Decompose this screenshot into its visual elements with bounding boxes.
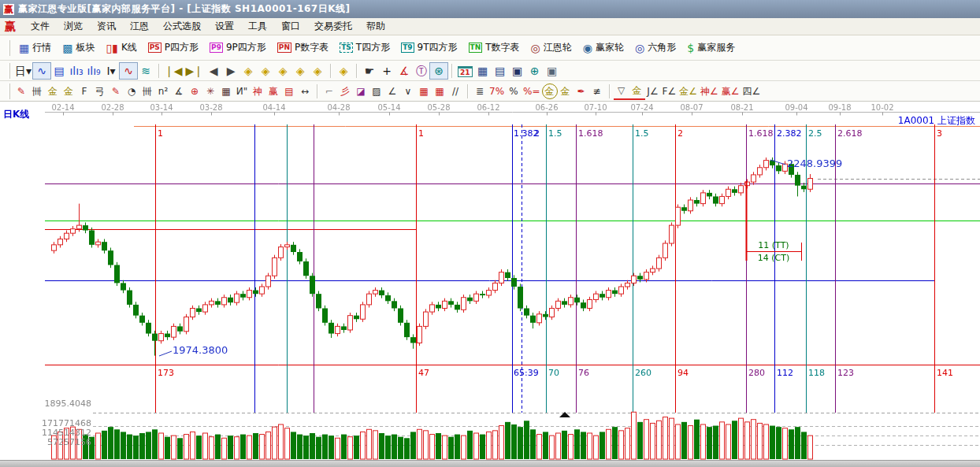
hexagon-button[interactable]: ◎六角形 — [629, 39, 681, 57]
last-bar-icon[interactable]: ▶❘ — [184, 63, 206, 79]
red-grid1-icon[interactable]: ▦ — [416, 83, 432, 99]
calculator-icon[interactable]: ▦ — [474, 63, 492, 79]
t-number-button[interactable]: TNT数字表 — [463, 39, 525, 57]
draw-pen-icon[interactable]: ✎ — [13, 83, 29, 99]
prev-bar-icon[interactable]: ◀ — [205, 63, 222, 79]
chart-canvas[interactable] — [0, 102, 980, 467]
menu-item-文件[interactable]: 文件 — [24, 18, 57, 35]
seven-percent-icon[interactable]: 7% — [488, 83, 506, 99]
computer-icon[interactable]: ▣ — [544, 63, 561, 79]
gold-angle-icon[interactable]: 金∠ — [677, 83, 699, 99]
notes-icon[interactable]: ▤ — [50, 63, 68, 79]
shen-angle-icon[interactable]: 神∠ — [699, 83, 720, 99]
menu-item-工具[interactable]: 工具 — [241, 18, 274, 35]
fan-lines-icon[interactable]: 彡 — [337, 83, 353, 99]
menu-item-浏览[interactable]: 浏览 — [57, 18, 90, 35]
crosshair-circle-icon[interactable]: ⊕ — [187, 83, 202, 99]
ruler-123-icon[interactable]: ▤ — [281, 83, 297, 99]
shen-grid-icon[interactable]: 神 — [250, 83, 265, 99]
zoom-all-icon[interactable]: ◈ — [309, 63, 326, 79]
hand-tool-icon[interactable]: ☛ — [361, 63, 378, 79]
four-angle-icon[interactable]: 四∠ — [741, 83, 762, 99]
spiral-tool-icon[interactable]: 弓 — [92, 83, 108, 99]
kline-button[interactable]: ▯▮K线 — [100, 39, 142, 57]
next-bar-icon[interactable]: ▶ — [222, 63, 239, 79]
j-angle-icon[interactable]: J∠ — [645, 83, 661, 99]
save-icon[interactable]: ▣ — [509, 63, 526, 79]
pen-chart-icon[interactable]: ✎ — [108, 83, 124, 99]
first-bar-icon[interactable]: ❘◀ — [163, 63, 184, 79]
crosshair-tool-icon[interactable]: + — [378, 63, 395, 79]
candle-style-dropdown-icon[interactable]: I▾ — [102, 63, 120, 79]
menu-item-帮助[interactable]: 帮助 — [359, 18, 392, 35]
misc-tool-icon[interactable]: ≢ — [589, 83, 605, 99]
ying-angle-icon[interactable]: 赢∠ — [720, 83, 741, 99]
menu-item-窗口[interactable]: 窗口 — [274, 18, 307, 35]
percent-eq-icon[interactable]: %= — [522, 83, 541, 99]
winner-service-button[interactable]: $赢家服务 — [681, 39, 741, 57]
curve-blue-icon[interactable]: ∿ — [33, 63, 50, 79]
zoom-x-icon[interactable]: ◈ — [291, 63, 309, 79]
p-number-button[interactable]: PNP数字表 — [272, 39, 334, 57]
gann-wheel-button[interactable]: ◎江恩轮 — [525, 39, 577, 57]
frame-tool-icon[interactable]: ⌐ — [321, 83, 337, 99]
percent-icon[interactable]: % — [506, 83, 522, 99]
gann-shape-tool-icon[interactable]: Ⓣ — [413, 63, 430, 79]
f-grid-icon[interactable]: F — [76, 83, 92, 99]
zoom-h-icon[interactable]: ◈ — [274, 63, 291, 79]
x-grid-icon[interactable]: ▦ — [218, 83, 234, 99]
curve-red-icon[interactable]: ∿ — [120, 63, 137, 79]
percent-chart-icon[interactable]: ≣ — [472, 83, 488, 99]
v-lines-icon[interactable]: ∨ — [400, 83, 416, 99]
grid2-tool-icon[interactable]: 卌 — [139, 83, 155, 99]
period-day-dropdown-icon[interactable]: 日▾ — [13, 63, 33, 79]
angle-lines-icon[interactable]: ∠ — [384, 83, 400, 99]
width-measure-icon[interactable]: ↔ — [297, 83, 313, 99]
t-square-button[interactable]: TST四方形 — [334, 39, 395, 57]
gann-ratio-label: 1.618 — [578, 128, 603, 139]
zoom-right-icon[interactable]: ◈ — [257, 63, 274, 79]
cup-underline-icon[interactable]: ▽ — [614, 83, 629, 100]
histogram-icon[interactable]: ≋ — [137, 63, 154, 79]
angle-mirror-icon[interactable]: ∡ — [171, 83, 187, 99]
p-square-button[interactable]: PSP四方形 — [143, 39, 204, 57]
red-grid2-icon[interactable]: ▦ — [432, 83, 447, 99]
quotes-button-label: 行情 — [32, 41, 51, 54]
gold-grid2-icon[interactable]: 金 — [61, 83, 76, 99]
menu-item-江恩[interactable]: 江恩 — [123, 18, 156, 35]
grid-tool-icon[interactable]: 卌 — [29, 83, 45, 99]
calendar-icon[interactable]: 21 — [456, 63, 474, 79]
notepad-icon[interactable]: ▤ — [492, 63, 509, 79]
move-diamond-icon[interactable]: ◈ — [335, 63, 352, 79]
gold-grid1-icon[interactable]: 金 — [45, 83, 61, 99]
menu-item-资讯[interactable]: 资讯 — [90, 18, 123, 35]
box-fan2-icon[interactable]: ▨ — [369, 83, 384, 99]
web-refresh-icon[interactable]: ⊕ — [526, 63, 544, 79]
sectors-button[interactable]: ▩板块 — [57, 39, 100, 57]
gold-underline-icon[interactable]: 金 — [629, 83, 645, 100]
star-grid-icon[interactable]: ✳ — [202, 83, 218, 99]
chart9-icon[interactable]: ılı₉ — [85, 63, 102, 79]
quotes-button[interactable]: ▦行情 — [13, 39, 57, 57]
menu-item-公式选股[interactable]: 公式选股 — [156, 18, 208, 35]
f-angle-icon[interactable]: F∠ — [661, 83, 678, 99]
winner-wheel-button[interactable]: ◉赢家轮 — [577, 39, 629, 57]
9p-square-button[interactable]: P99P四方形 — [204, 39, 272, 57]
clock-circle-icon[interactable]: ◔ — [124, 83, 139, 99]
9t-square-button[interactable]: T99T四方形 — [395, 39, 462, 57]
zoom-left-icon[interactable]: ◈ — [239, 63, 257, 79]
flag-pen-icon[interactable]: ✒ — [574, 83, 589, 99]
box-fan1-icon[interactable]: ◪ — [353, 83, 369, 99]
parallel-lines-icon[interactable]: // — [447, 83, 463, 99]
menu-item-设置[interactable]: 设置 — [208, 18, 241, 35]
n-squared-icon[interactable]: n² — [155, 83, 171, 99]
horizontal-scrollbar[interactable] — [0, 460, 980, 467]
chart3-icon[interactable]: ılı₃ — [68, 63, 85, 79]
gold-lines-icon[interactable]: 金 — [558, 83, 574, 99]
ying-grid-icon[interactable]: 赢 — [265, 83, 281, 99]
angle-tool-icon[interactable]: ∡ — [395, 63, 413, 79]
menu-item-交易委托[interactable]: 交易委托 — [307, 18, 359, 35]
map-tool-icon[interactable]: ⊛ — [430, 63, 447, 79]
gold-circle-icon[interactable]: 金 — [542, 83, 558, 99]
i-quote-icon[interactable]: И" — [234, 83, 250, 99]
